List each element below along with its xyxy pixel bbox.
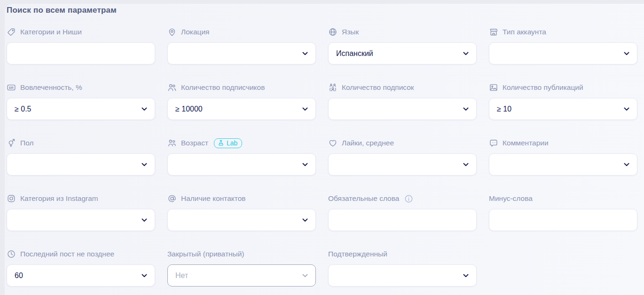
field-label-row: Закрытый (приватный) bbox=[167, 249, 316, 259]
chevron-down-icon bbox=[463, 107, 469, 111]
chevron-down-icon bbox=[141, 163, 147, 167]
followings-icon bbox=[328, 83, 338, 92]
filter-field: Категории и Ниши bbox=[7, 27, 155, 64]
field-select[interactable] bbox=[167, 153, 316, 175]
panel-title: Поиск по всем параметрам bbox=[7, 5, 637, 15]
field-value: ≥ 0.5 bbox=[15, 105, 31, 113]
filter-field: Количество подписок bbox=[328, 82, 477, 120]
field-label: Язык bbox=[342, 28, 359, 36]
filter-field: Категория из Instagram bbox=[7, 193, 155, 231]
field-label: Количество подписок bbox=[342, 83, 414, 92]
filter-field: Подтвержденный bbox=[328, 249, 477, 287]
field-label-row: Подтвержденный bbox=[328, 249, 477, 259]
lab-badge-label: Lab bbox=[227, 140, 237, 146]
field-select[interactable] bbox=[7, 209, 155, 231]
field-label-row: Возраст Lab bbox=[167, 138, 316, 148]
chevron-down-icon bbox=[463, 163, 469, 167]
field-label: Категории и Ниши bbox=[20, 28, 82, 36]
field-label: Минус-слова bbox=[489, 194, 533, 203]
field-label-row: Минус-слова bbox=[489, 193, 637, 204]
globe-icon bbox=[328, 27, 338, 37]
field-label: Количество подписчиков bbox=[181, 83, 265, 92]
field-label-row: Локация bbox=[167, 27, 316, 37]
filter-field: Количество публикаций ≥ 10 bbox=[489, 82, 637, 120]
chevron-down-icon bbox=[302, 218, 308, 222]
filter-field: Наличие контактов bbox=[167, 193, 316, 231]
field-select[interactable] bbox=[167, 209, 316, 231]
search-panel: Поиск по всем параметрам Категории и Ниш… bbox=[5, 4, 644, 295]
field-label-row: Категории и Ниши bbox=[7, 27, 155, 37]
field-select[interactable] bbox=[7, 153, 155, 175]
gender-icon bbox=[7, 138, 16, 148]
clock-icon bbox=[7, 249, 16, 259]
field-text-input-wrap[interactable] bbox=[328, 209, 477, 231]
field-label-row: Пол bbox=[7, 138, 155, 148]
filter-field: Обязательные слова bbox=[328, 193, 477, 231]
field-select[interactable] bbox=[328, 153, 477, 175]
chevron-down-icon bbox=[624, 107, 629, 111]
field-label-row: Язык bbox=[328, 27, 477, 37]
storefront-icon bbox=[489, 27, 498, 37]
field-label: Категория из Instagram bbox=[20, 194, 98, 203]
at-sign-icon bbox=[167, 194, 177, 203]
field-text-input-wrap[interactable] bbox=[7, 42, 155, 64]
field-text-input[interactable] bbox=[15, 49, 147, 58]
field-select[interactable] bbox=[489, 42, 637, 64]
location-pin-icon bbox=[167, 27, 177, 37]
field-label-row: Категория из Instagram bbox=[7, 193, 155, 204]
filter-field: Тип аккаунта bbox=[489, 27, 637, 64]
field-label: Тип аккаунта bbox=[503, 28, 546, 36]
er-badge-icon: ER bbox=[7, 83, 16, 92]
age-icon bbox=[167, 138, 177, 148]
field-label: Пол bbox=[20, 139, 33, 147]
field-select[interactable]: 60 bbox=[7, 264, 155, 287]
field-label-row: Комментарии bbox=[489, 138, 637, 148]
field-label-row: Обязательные слова bbox=[328, 193, 477, 204]
field-select[interactable]: ≥ 10000 bbox=[167, 98, 316, 120]
field-select[interactable] bbox=[167, 42, 316, 64]
field-label: Подтвержденный bbox=[328, 250, 387, 258]
field-select[interactable]: ≥ 10 bbox=[489, 98, 637, 120]
field-label: Обязательные слова bbox=[328, 194, 399, 203]
field-label-row: Лайки, среднее bbox=[328, 138, 477, 148]
field-text-input-wrap[interactable] bbox=[489, 209, 637, 231]
chevron-down-icon bbox=[624, 52, 629, 56]
filter-field: Локация bbox=[167, 27, 316, 64]
field-label-row: Последний пост не позднее bbox=[7, 249, 155, 259]
field-label: Локация bbox=[181, 28, 209, 36]
field-label-row: Количество подписок bbox=[328, 82, 477, 93]
field-label-row: Тип аккаунта bbox=[489, 27, 637, 37]
field-label: Последний пост не позднее bbox=[20, 250, 114, 258]
filter-field: Последний пост не позднее 60 bbox=[7, 249, 155, 287]
chevron-down-icon bbox=[463, 274, 469, 278]
field-value: ≥ 10 bbox=[497, 105, 511, 113]
field-label-row: Количество публикаций bbox=[489, 82, 637, 93]
field-value: Нет bbox=[175, 271, 188, 280]
instagram-icon bbox=[7, 194, 16, 203]
field-value: ≥ 10000 bbox=[175, 105, 203, 113]
field-label: Комментарии bbox=[503, 139, 549, 147]
field-value: Испанский bbox=[336, 49, 373, 58]
filter-field: Лайки, среднее bbox=[328, 138, 477, 175]
field-select[interactable]: ≥ 0.5 bbox=[7, 98, 155, 120]
filter-field: Закрытый (приватный) Нет bbox=[167, 249, 316, 287]
field-select[interactable] bbox=[489, 153, 637, 175]
heart-icon bbox=[328, 138, 338, 148]
chevron-down-icon bbox=[624, 163, 629, 167]
field-label: Закрытый (приватный) bbox=[167, 250, 244, 258]
field-select[interactable] bbox=[328, 98, 477, 120]
chevron-down-icon bbox=[141, 274, 147, 278]
field-label: Количество публикаций bbox=[503, 83, 583, 92]
field-select[interactable]: Испанский bbox=[328, 42, 477, 64]
field-text-input[interactable] bbox=[497, 216, 629, 224]
filter-field: Язык Испанский bbox=[328, 27, 477, 64]
field-text-input[interactable] bbox=[336, 216, 469, 224]
field-label: Возраст bbox=[181, 139, 208, 147]
chevron-down-icon bbox=[141, 107, 147, 111]
info-icon[interactable] bbox=[404, 194, 413, 203]
lab-badge: Lab bbox=[214, 138, 242, 148]
field-select[interactable]: Нет bbox=[167, 264, 316, 287]
chevron-down-icon bbox=[302, 274, 308, 278]
tag-icon bbox=[7, 27, 16, 37]
field-select[interactable] bbox=[328, 264, 477, 287]
